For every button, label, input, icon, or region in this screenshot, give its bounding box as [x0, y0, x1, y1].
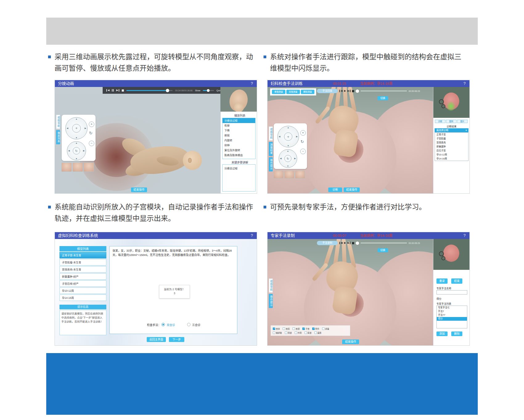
playlist-item[interactable]: 内旋转 [223, 138, 255, 143]
expert-method-item[interactable]: 得分 [437, 317, 467, 321]
single-finger-measure-button[interactable]: 单指测量 [272, 90, 285, 94]
side-tab-measure-result[interactable]: 测量结果 [269, 142, 273, 156]
view-preset-thumbnail[interactable] [73, 163, 83, 171]
skip-back-icon[interactable]: ◀ [106, 89, 109, 92]
arrow-left-icon[interactable]: ◀ [68, 150, 70, 152]
structure-checkbox[interactable]: 子宫 [302, 327, 309, 330]
expert-method-item[interactable]: 手法77 [437, 313, 467, 317]
pan-dpad[interactable]: ▲▼◀▶ + [277, 126, 299, 147]
arrow-up-icon[interactable]: ▲ [76, 142, 78, 144]
slider-knob[interactable] [356, 89, 359, 93]
delete-measure-button[interactable]: 删除测量 [301, 90, 314, 94]
structure-checkbox[interactable]: 输卵管 [273, 331, 282, 334]
radio-bimanual[interactable] [162, 323, 165, 326]
add-button[interactable]: 添加 [436, 331, 448, 336]
playlist-item[interactable]: 仰伸 [223, 143, 255, 148]
help-icon[interactable]: ? [462, 80, 467, 87]
playlist-item[interactable]: 胎肩及胎体娩出 [223, 153, 255, 158]
skip-back-icon[interactable]: ◀ [339, 90, 342, 92]
rotate-dpad[interactable]: ▲▼ ◀▶ ↻ [67, 141, 86, 160]
structure-checkbox[interactable]: 尿道 [305, 331, 312, 334]
next-step-button[interactable]: 下一步 [169, 337, 184, 342]
skip-forward-icon[interactable]: ▶ [347, 242, 350, 244]
side-tab-view-nav[interactable]: 视图导航 [56, 115, 60, 129]
switch-view-button[interactable]: 切换 [378, 248, 388, 252]
zoom-in-button[interactable]: + [300, 130, 306, 136]
diagnosis-select[interactable]: 请选择诊断 ▼ [435, 128, 469, 132]
model-list-item[interactable]: 子宫后倾-经产 [59, 280, 106, 287]
skip-forward-icon[interactable]: ▶ [347, 90, 350, 92]
end-operation-button[interactable]: 结束操作 [344, 187, 360, 192]
stop-icon[interactable] [352, 242, 354, 244]
arrow-right-icon[interactable]: ▶ [83, 150, 85, 152]
radio-trimanual[interactable] [187, 323, 190, 326]
playlist-item[interactable]: 分娩全过程 [223, 118, 255, 123]
stop-icon[interactable] [352, 90, 354, 92]
view-preset-thumbnail[interactable] [295, 171, 305, 178]
side-tab-view-nav[interactable]: 视图导航 [269, 278, 273, 293]
model-list-item[interactable]: 孕10-12周 [59, 287, 106, 294]
reset-view-icon[interactable]: ↻ [301, 139, 304, 144]
progress-line[interactable] [361, 91, 407, 91]
delete-button[interactable]: 删除 [451, 331, 462, 336]
arrow-left-icon[interactable]: ◀ [67, 127, 68, 130]
tab-legend[interactable]: 图例 [446, 120, 456, 123]
stop-icon[interactable] [122, 89, 124, 92]
model-list-item[interactable]: 正常子宫-未生育 [59, 252, 106, 258]
recording-3d-viewport[interactable]: 手法录制 ◀ ▶ ▶ 00:00:05:23 切换 视图导航 操作提示 宫体 宫… [268, 239, 433, 345]
play-icon[interactable]: ▶ [344, 242, 346, 244]
playlist-item[interactable]: 衔接 [223, 123, 255, 128]
reset-view-icon[interactable]: ↻ [89, 131, 92, 135]
rotate-dpad[interactable]: ▲▼◀▶ ↻ [279, 149, 297, 168]
playlist-item[interactable]: 下降 [223, 128, 255, 133]
model-list-item[interactable]: 卵巢囊肿-经产 [59, 273, 106, 280]
expert-method-item[interactable]: 手法7 [437, 310, 467, 313]
view-preset-thumbnail[interactable] [62, 163, 72, 171]
structure-checkbox[interactable]: 直肠 [314, 331, 321, 334]
diagnosis-option[interactable]: 后位子宫 [435, 149, 468, 153]
arrow-down-icon[interactable]: ▼ [76, 137, 78, 139]
structure-checkbox[interactable]: 卵巢 [322, 327, 329, 330]
view-preset-thumbnail[interactable] [84, 163, 94, 171]
expert-method-item[interactable]: 专家手法七 [437, 306, 467, 310]
structure-checkbox[interactable]: 宫体 [273, 327, 280, 330]
view-preset-thumbnail[interactable] [274, 171, 283, 178]
rotate-icon[interactable]: ↻ [73, 147, 80, 154]
model-list-item[interactable]: 子宫肌瘤-未生育 [59, 259, 106, 266]
double-finger-measure-button[interactable]: 双指测量 [286, 90, 300, 94]
diagnosis-option[interactable]: 正常子宫 [435, 133, 468, 137]
back-to-main-button[interactable]: 返回主界面 [147, 337, 166, 342]
progress-slider[interactable] [126, 90, 173, 91]
side-tab-view-nav[interactable]: 视图导航 [269, 126, 273, 141]
side-tab-playlist[interactable]: 播放列表 [56, 130, 60, 144]
help-icon[interactable]: ? [249, 80, 254, 87]
tab-diagnosis[interactable]: 诊断 [435, 120, 445, 123]
structure-checkbox[interactable]: 外阴 [295, 331, 302, 334]
structure-checkbox[interactable]: 阴道 [285, 331, 292, 334]
diagnosis-option[interactable]: 孕10-12周 [435, 153, 468, 157]
model-list-item[interactable]: 宫颈息肉-未生育 [59, 266, 106, 273]
skip-back-icon[interactable]: ◀ [339, 242, 342, 244]
playlist-item[interactable]: 复位及外旋转 [223, 148, 255, 153]
diagnosis-option[interactable]: 孕14-16周 [435, 157, 468, 161]
diagnosis-option[interactable]: 宫颈息肉 [435, 141, 468, 145]
diagnose-button[interactable]: 诊断 [328, 187, 342, 192]
zoom-in-button[interactable]: + [89, 121, 94, 127]
record-button[interactable]: 手法录制 [317, 241, 338, 245]
pan-dpad[interactable]: ▲▼ ◀▶ + [65, 117, 88, 139]
rotate-icon[interactable]: ↻ [285, 155, 292, 162]
zoom-out-button[interactable]: − [89, 141, 94, 146]
diagnosis-option[interactable]: 子宫肌瘤 [435, 137, 468, 141]
skip-forward-icon[interactable]: ▶ [116, 89, 119, 92]
pan-icon[interactable]: + [284, 133, 293, 141]
speed-slider[interactable] [203, 90, 214, 91]
zoom-out-button[interactable]: − [300, 149, 306, 154]
exam-3d-viewport[interactable]: 单指测量 双指测量 删除测量 手法回放 ◀ ▶ ▶ 00:00:06:23 切换… [268, 87, 433, 193]
stop-record-button[interactable]: 结束 [451, 278, 462, 284]
rerecord-button[interactable]: 重录 [436, 278, 448, 284]
arrow-down-icon[interactable]: ▼ [76, 158, 78, 160]
help-icon[interactable]: ? [249, 232, 254, 239]
structure-checkbox[interactable]: 宫颈 [293, 327, 300, 330]
tab-images[interactable]: 图片 [457, 120, 468, 123]
view-preset-thumbnail[interactable] [285, 171, 294, 178]
